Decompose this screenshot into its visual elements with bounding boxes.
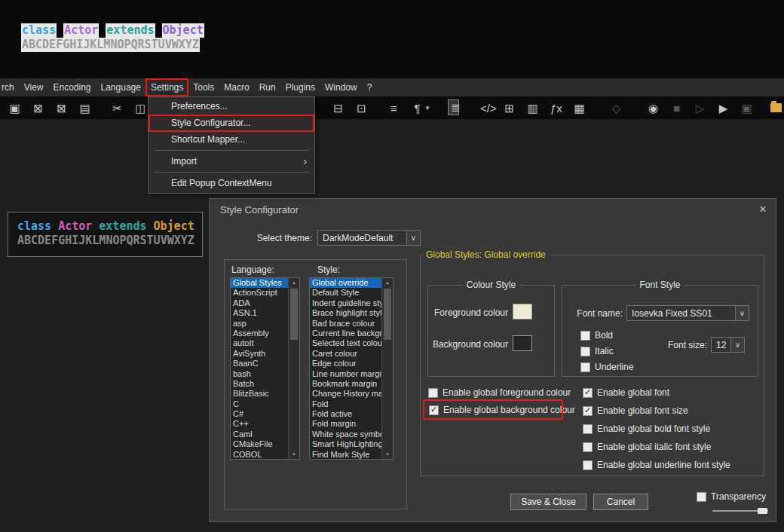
language-list-item[interactable]: ASN.1 [231,308,288,318]
style-list-item[interactable]: Fold [310,399,381,409]
style-list-item[interactable]: Smart HighLighting [310,439,381,449]
menu-item-run[interactable]: Run [254,78,280,96]
language-list-item[interactable]: Assembly [231,329,288,338]
pilcrow-dropdown-arrow-icon[interactable]: ▾ [425,105,430,112]
background-colour-swatch[interactable] [513,335,532,351]
menu-item-macro[interactable]: Macro [219,78,254,96]
scroll-up-icon[interactable]: ▲ [382,280,393,285]
close-all-icon[interactable]: ⊠ [56,102,67,114]
font-style-checkbox[interactable]: Bold [580,330,633,341]
chevron-down-icon[interactable]: ∨ [735,306,749,320]
word-wrap-icon[interactable]: ≡ [388,102,400,114]
language-list-item[interactable]: C++ [231,419,288,429]
font-style-checkbox[interactable]: Underline [580,362,633,372]
menu-item-style-configurator[interactable]: Style Configurator... [149,115,314,131]
distraction-free-icon[interactable]: ◇ [611,102,622,114]
style-list-item[interactable]: Current line background colour [310,329,381,338]
transparency-slider[interactable] [712,506,768,516]
menu-item-settings[interactable]: Settings [145,78,188,96]
global-option-checkbox[interactable]: Enable global italic font style [583,442,730,452]
global-option-checkbox[interactable]: Enable global font size [583,405,730,416]
style-list-item[interactable]: Global override [310,278,381,288]
menu-item-import[interactable]: Import › [149,153,314,170]
cut-icon[interactable]: ✂ [112,102,123,114]
save-icon[interactable]: ▣ [9,102,20,114]
global-option-checkbox[interactable]: Enable global font [583,387,730,398]
font-name-select[interactable]: Iosevka Fixed SS01 ∨ [626,305,749,321]
style-list-item[interactable]: Selected text colour [310,338,381,348]
record-macro-icon[interactable]: ◉ [648,102,659,114]
language-list-item[interactable]: Global Styles [231,278,288,288]
scroll-up-icon[interactable]: ▲ [289,280,299,285]
stop-record-icon[interactable]: ■ [671,102,682,114]
menu-item-tools[interactable]: Tools [188,78,219,96]
save-macro-icon[interactable]: ▣ [741,102,752,114]
language-list-item[interactable]: C# [231,409,288,419]
monitor-icon[interactable]: ⊞ [504,102,515,114]
foreground-colour-swatch[interactable] [513,304,532,320]
global-option-checkbox[interactable]: Enable global underline font style [583,460,730,470]
scrollbar[interactable]: ▲ ▼ [381,278,393,459]
language-list-item[interactable]: CMakeFile [231,439,288,449]
run-macro-multiple-icon[interactable]: ▶ [718,102,729,114]
font-size-select[interactable]: 12 ∨ [711,337,745,353]
language-list-item[interactable]: BlitzBasic [231,389,288,399]
save-close-button[interactable]: Save & Close [510,494,586,510]
style-list-item[interactable]: Fold margin [310,419,381,429]
style-list-item[interactable]: Bad brace colour [310,319,381,329]
style-list-item[interactable]: Edge colour [310,359,381,368]
menu-item-preferences[interactable]: Preferences... [149,98,314,115]
style-list-item[interactable]: Bookmark margin [310,379,381,389]
document-list-icon[interactable]: ▦ [574,102,585,114]
copy-icon[interactable]: ◫ [135,102,146,114]
style-list-item[interactable]: Caret colour [310,349,381,359]
print-icon[interactable]: ▤ [79,102,90,114]
enable-global-background-checkbox[interactable]: Enable global background colour [429,405,575,415]
chevron-down-icon[interactable]: ∨ [406,231,420,245]
global-option-checkbox[interactable]: Enable global bold font style [583,423,730,434]
language-list-item[interactable]: ADA [231,298,288,308]
zoom-restore-icon[interactable]: ⊡ [356,102,367,114]
menu-item-encoding[interactable]: Encoding [48,78,96,96]
font-style-checkbox[interactable]: Italic [580,346,633,356]
language-list-item[interactable]: COBOL [231,450,288,460]
close-icon[interactable]: × [754,202,772,217]
language-list-item[interactable]: C [231,399,288,409]
menu-item-search-partial[interactable]: rch [0,78,19,96]
style-list-item[interactable]: Line number margin [310,369,381,379]
style-list-item[interactable]: Find Mark Style [310,450,381,460]
style-list-item[interactable]: Default Style [310,288,381,298]
zoom-out-icon[interactable]: ⊟ [332,102,344,114]
scroll-down-icon[interactable]: ▼ [382,452,393,457]
theme-select[interactable]: DarkModeDefault ∨ [317,230,421,246]
scroll-thumb[interactable] [384,289,391,340]
menu-item-view[interactable]: View [19,78,48,96]
menu-item-window[interactable]: Window [320,78,363,96]
language-list-item[interactable]: bash [231,369,288,379]
transparency-checkbox[interactable]: Transparency [697,491,766,502]
playback-macro-icon[interactable]: ▷ [694,102,706,114]
menu-item-edit-popup-contextmenu[interactable]: Edit Popup ContextMenu [149,175,314,191]
style-list-item[interactable]: Brace highlight style [310,308,381,318]
function-list-icon[interactable]: ƒx [550,102,562,114]
style-list-item[interactable]: Fold active [310,409,381,419]
language-list-item[interactable]: Caml [231,430,288,439]
language-list-item[interactable]: asp [231,319,288,329]
scroll-down-icon[interactable]: ▼ [289,452,299,457]
language-list-item[interactable]: Batch [231,379,288,389]
style-list-item[interactable]: White space symbol [310,430,381,439]
code-view-icon[interactable]: </> [480,102,492,114]
open-folder-icon[interactable] [770,103,782,112]
document-map-icon[interactable]: ▥ [527,102,538,114]
cancel-button[interactable]: Cancel [593,494,648,510]
language-list-item[interactable]: ActionScript [231,288,288,298]
indent-guide-icon[interactable]: ≣ [448,99,459,115]
slider-thumb[interactable] [758,508,767,514]
enable-global-foreground-checkbox[interactable]: Enable global foreground colour [428,387,571,398]
menu-item-language[interactable]: Language [96,78,145,96]
menu-item-plugins[interactable]: Plugins [280,78,320,96]
language-list-item[interactable]: autoIt [231,338,288,348]
chevron-down-icon[interactable]: ∨ [730,338,744,352]
style-list-item[interactable]: Change History margin [310,389,381,399]
style-list-item[interactable]: Indent guideline style [310,298,381,308]
